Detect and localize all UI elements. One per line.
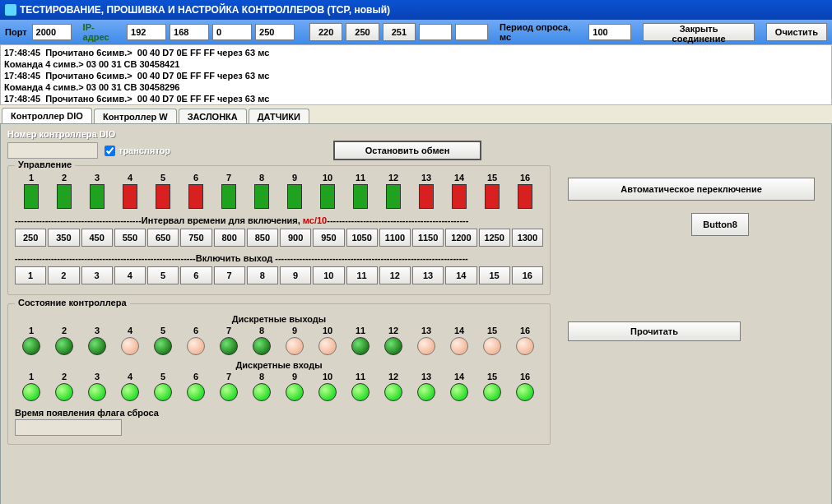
interval-btn-11[interactable]: 1050 <box>346 229 378 247</box>
control-num-3: 3 <box>81 173 114 183</box>
enable-btn-8[interactable]: 8 <box>247 266 278 284</box>
interval-btn-8[interactable]: 850 <box>247 229 278 247</box>
out-num-1: 1 <box>15 326 48 335</box>
input-led-13 <box>410 383 443 401</box>
button8[interactable]: Button8 <box>691 213 749 236</box>
out-num-2: 2 <box>48 326 81 335</box>
interval-btn-13[interactable]: 1150 <box>412 229 444 247</box>
interval-btn-12[interactable]: 1100 <box>379 229 411 247</box>
interval-btn-6[interactable]: 750 <box>180 229 211 247</box>
window-titlebar: ТЕСТИРОВАНИЕ, ПРОШИВКА И НАСТРОЙКА КОНТР… <box>0 0 832 20</box>
interval-btn-10[interactable]: 950 <box>313 229 344 247</box>
control-indicator-1[interactable] <box>15 184 48 209</box>
led-icon <box>417 337 435 355</box>
tab-controller-w[interactable]: Контроллер W <box>94 109 177 124</box>
interval-divider: ----------------------------------------… <box>15 215 543 225</box>
indicator-block <box>353 184 368 209</box>
in-num-14: 14 <box>443 372 476 381</box>
interval-btn-9[interactable]: 900 <box>280 229 311 247</box>
interval-btn-16[interactable]: 1300 <box>512 229 543 247</box>
preset-250-button[interactable]: 250 <box>346 23 379 41</box>
control-indicator-7[interactable] <box>212 184 245 209</box>
period-input[interactable] <box>588 24 631 40</box>
control-legend: Управление <box>15 160 75 169</box>
out-num-11: 11 <box>344 326 377 335</box>
controller-number-input[interactable] <box>7 142 98 159</box>
control-indicator-16[interactable] <box>509 184 541 209</box>
enable-btn-5[interactable]: 5 <box>147 266 179 284</box>
preset-251-button[interactable]: 251 <box>383 23 416 41</box>
interval-btn-5[interactable]: 650 <box>147 229 179 247</box>
enable-btn-14[interactable]: 14 <box>445 266 476 284</box>
control-num-10: 10 <box>311 173 344 183</box>
out-num-13: 13 <box>410 326 443 335</box>
extra-input-1[interactable] <box>419 24 452 40</box>
control-indicator-3[interactable] <box>81 184 114 209</box>
led-icon <box>483 383 501 401</box>
control-indicator-15[interactable] <box>476 184 509 209</box>
clear-button[interactable]: Очистить <box>766 23 827 41</box>
tab-zaslonka[interactable]: ЗАСЛОНКА <box>179 109 247 124</box>
stop-exchange-button[interactable]: Остановить обмен <box>333 141 481 160</box>
enable-btn-11[interactable]: 11 <box>346 266 378 284</box>
enable-btn-13[interactable]: 13 <box>412 266 444 284</box>
control-indicator-9[interactable] <box>278 184 311 209</box>
control-num-16: 16 <box>509 173 541 183</box>
led-icon <box>483 337 501 355</box>
enable-btn-4[interactable]: 4 <box>114 266 146 284</box>
translator-checkbox-wrap[interactable]: транслятор <box>105 146 170 156</box>
enable-btn-9[interactable]: 9 <box>280 266 311 284</box>
enable-btn-10[interactable]: 10 <box>313 266 344 284</box>
tab-controller-dio[interactable]: Контроллер DIO <box>2 108 92 124</box>
ip-octet-3[interactable] <box>212 24 252 40</box>
input-led-6 <box>179 383 212 401</box>
interval-btn-7[interactable]: 800 <box>214 229 245 247</box>
port-input[interactable] <box>32 24 72 40</box>
enable-btn-12[interactable]: 12 <box>379 266 411 284</box>
control-indicator-10[interactable] <box>311 184 344 209</box>
enable-btn-1[interactable]: 1 <box>15 266 46 284</box>
close-connection-button[interactable]: Закрыть соединение <box>643 23 755 41</box>
extra-input-2[interactable] <box>455 24 488 40</box>
control-indicator-6[interactable] <box>179 184 212 209</box>
ip-octet-1[interactable] <box>127 24 166 40</box>
enable-btn-7[interactable]: 7 <box>214 266 245 284</box>
window-title: ТЕСТИРОВАНИЕ, ПРОШИВКА И НАСТРОЙКА КОНТР… <box>20 4 390 16</box>
enable-btn-2[interactable]: 2 <box>48 266 79 284</box>
enable-btn-15[interactable]: 15 <box>479 266 510 284</box>
interval-btn-4[interactable]: 550 <box>114 229 146 247</box>
led-icon <box>187 337 205 355</box>
control-indicator-13[interactable] <box>410 184 443 209</box>
input-led-14 <box>443 383 476 401</box>
in-num-9: 9 <box>278 372 311 381</box>
enable-btn-16[interactable]: 16 <box>512 266 543 284</box>
led-icon <box>318 383 337 401</box>
output-led-8 <box>245 337 278 355</box>
interval-btn-2[interactable]: 350 <box>48 229 79 247</box>
control-indicator-8[interactable] <box>245 184 278 209</box>
ip-octet-2[interactable] <box>170 24 209 40</box>
interval-btn-1[interactable]: 250 <box>15 229 46 247</box>
enable-btn-6[interactable]: 6 <box>180 266 211 284</box>
enable-btn-3[interactable]: 3 <box>81 266 113 284</box>
interval-btn-15[interactable]: 1250 <box>479 229 510 247</box>
control-num-15: 15 <box>476 173 509 183</box>
reset-flag-input[interactable] <box>15 419 122 436</box>
control-indicator-5[interactable] <box>146 184 179 209</box>
led-icon <box>220 383 238 401</box>
control-indicator-11[interactable] <box>344 184 377 209</box>
read-button[interactable]: Прочитать <box>568 321 741 341</box>
control-indicator-4[interactable] <box>114 184 146 209</box>
control-indicator-12[interactable] <box>377 184 410 209</box>
interval-btn-3[interactable]: 450 <box>81 229 113 247</box>
translator-checkbox[interactable] <box>105 146 115 156</box>
preset-220-button[interactable]: 220 <box>309 23 342 41</box>
control-indicator-14[interactable] <box>443 184 476 209</box>
interval-btn-14[interactable]: 1200 <box>445 229 476 247</box>
auto-switch-button[interactable]: Автоматическое переключение <box>568 178 815 201</box>
indicator-block <box>419 184 434 209</box>
state-group: Состояние контроллера Дискретные выходы … <box>7 303 551 445</box>
control-indicator-2[interactable] <box>48 184 81 209</box>
ip-octet-4[interactable] <box>255 24 295 40</box>
tab-datchiki[interactable]: ДАТЧИКИ <box>249 109 309 124</box>
